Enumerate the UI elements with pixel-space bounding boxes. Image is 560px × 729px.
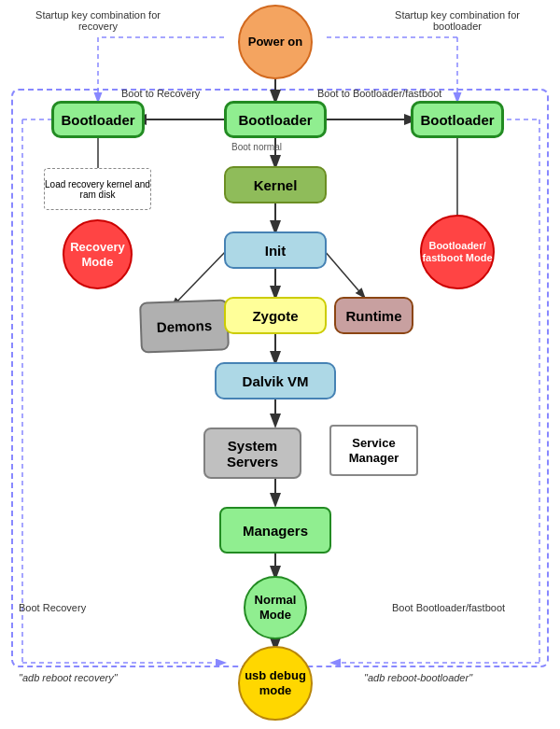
- bootloader-left-node: Bootloader: [51, 101, 145, 138]
- zygote-node: Zygote: [224, 297, 327, 334]
- bootloader-fastboot-mode-node: Bootloader/ fastboot Mode: [420, 215, 495, 289]
- adb-recovery-label: "adb reboot recovery": [19, 672, 118, 683]
- bootloader-right-node: Bootloader: [411, 101, 504, 138]
- adb-bootloader-label: "adb reboot-bootloader": [364, 672, 472, 683]
- runtime-node: Runtime: [334, 297, 413, 334]
- usb-debug-mode-node: usb debug mode: [238, 646, 313, 721]
- boot-bootloader-fastboot-label: Boot Bootloader/fastboot: [392, 602, 505, 613]
- bootloader-center-node: Bootloader: [224, 101, 327, 138]
- startup-bootloader-label: Startup key combination for bootloader: [383, 9, 532, 32]
- system-servers-node: System Servers: [203, 428, 301, 479]
- boot-to-recovery-label: Boot to Recovery: [121, 88, 200, 99]
- diagram: Power on Bootloader Bootloader Bootloade…: [0, 0, 560, 729]
- normal-mode-node: Normal Mode: [244, 576, 307, 639]
- boot-recovery-label: Boot Recovery: [19, 602, 86, 613]
- service-manager-node: Service Manager: [329, 425, 418, 476]
- startup-recovery-label: Startup key combination for recovery: [28, 9, 168, 32]
- power-on-node: Power on: [238, 5, 313, 79]
- boot-to-bootloader-label: Boot to Bootloader/fastboot: [317, 88, 441, 99]
- recovery-mode-node: Recovery Mode: [63, 219, 133, 289]
- kernel-node: Kernel: [224, 166, 327, 203]
- dalvik-vm-node: Dalvik VM: [215, 362, 336, 400]
- init-node: Init: [224, 231, 327, 269]
- load-recovery-node: Load recovery kernel and ram disk: [44, 168, 151, 210]
- demons-node: Demons: [139, 299, 230, 353]
- managers-node: Managers: [219, 507, 331, 554]
- boot-normal-label: Boot normal: [231, 142, 282, 152]
